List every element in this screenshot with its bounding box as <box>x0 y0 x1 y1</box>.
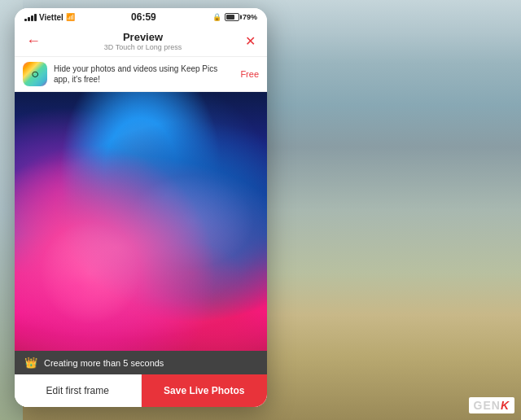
status-right: 🔒 79% <box>212 13 257 21</box>
bottom-buttons: Edit first frame Save Live Photos <box>15 374 267 407</box>
close-button[interactable]: ✕ <box>245 33 256 49</box>
ad-text: Hide your photos and videos using Keep P… <box>54 63 234 85</box>
ad-free-label[interactable]: Free <box>240 69 259 79</box>
signal-bar-2 <box>28 17 30 21</box>
nav-title-area: Preview 3D Touch or Long press <box>104 31 182 51</box>
gen-text: GEN <box>474 399 501 412</box>
genk-logo: GENK <box>469 397 514 413</box>
signal-bar-1 <box>24 19 27 21</box>
app-icon-graphic: ○ <box>31 67 39 81</box>
battery-icon <box>225 13 239 21</box>
signal-bars <box>24 14 37 21</box>
edit-first-frame-button[interactable]: Edit first frame <box>15 374 142 407</box>
battery-tip <box>240 15 242 20</box>
live-photo-preview <box>15 92 267 351</box>
ad-banner[interactable]: ○ Hide your photos and videos using Keep… <box>15 57 267 92</box>
signal-bar-3 <box>31 15 33 21</box>
status-bar: Viettel 📶 06:59 🔒 79% <box>15 8 267 26</box>
nav-title: Preview <box>104 31 182 43</box>
nav-subtitle: 3D Touch or Long press <box>104 43 182 51</box>
phone-mockup: Viettel 📶 06:59 🔒 79% ← Preview 3D Touch… <box>15 8 267 407</box>
wifi-icon: 📶 <box>66 13 75 21</box>
info-bar: 👑 Creating more than 5 seconds <box>15 351 267 374</box>
signal-bar-4 <box>34 14 37 21</box>
time-display: 06:59 <box>131 11 156 23</box>
k-text: K <box>501 399 510 412</box>
info-text: Creating more than 5 seconds <box>44 358 164 368</box>
battery-percent: 79% <box>243 13 257 21</box>
battery-fill <box>226 15 235 20</box>
back-button[interactable]: ← <box>26 33 41 50</box>
nav-bar: ← Preview 3D Touch or Long press ✕ <box>15 26 267 57</box>
crown-icon: 👑 <box>24 357 37 369</box>
status-left: Viettel 📶 <box>24 13 75 22</box>
app-icon: ○ <box>23 62 47 86</box>
image-swirl-overlay <box>15 92 267 351</box>
lock-icon: 🔒 <box>212 13 221 21</box>
carrier-label: Viettel <box>39 13 63 22</box>
save-live-photos-button[interactable]: Save Live Photos <box>142 374 268 407</box>
